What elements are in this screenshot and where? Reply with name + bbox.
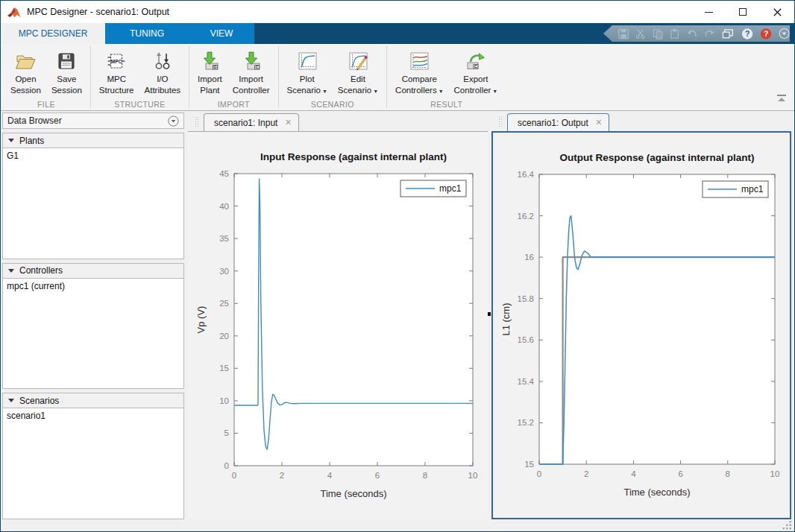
import-plant-button[interactable]: G ImportPlant [192,44,227,98]
svg-text:4: 4 [327,471,333,480]
collapse-ribbon-button[interactable] [776,92,787,105]
svg-text:2: 2 [280,471,284,480]
svg-text:15: 15 [219,364,229,373]
io-attributes-button[interactable]: I/OAttributes [139,44,186,98]
group-label-import: IMPORT [192,98,274,110]
help-icon[interactable]: ? [741,28,753,40]
tab-tuning[interactable]: TUNING [105,23,189,44]
edit-scenario-button[interactable]: EditScenario [333,44,383,98]
tab-drag-handle[interactable] [195,116,198,128]
svg-text:L1 (cm): L1 (cm) [500,303,512,335]
list-item-plant[interactable]: G1 [7,151,180,161]
window-title: MPC Designer - scenario1: Output [27,7,169,17]
svg-text:20: 20 [219,332,229,341]
matlab-help-icon[interactable]: ? [760,28,772,40]
input-doc-body: 0246810051015202530354045Input Response … [188,131,488,519]
svg-text:mpc1: mpc1 [741,184,764,194]
svg-text:Vp (V): Vp (V) [195,306,207,334]
list-item-scenario[interactable]: scenario1 [7,411,180,421]
svg-text:45: 45 [219,169,229,178]
save-icon[interactable] [618,28,629,39]
group-label-result: RESULT [390,98,503,110]
svg-text:0: 0 [537,469,541,478]
ribbon-group-scenario: PlotScenario EditSc [280,44,386,110]
close-icon [773,8,782,16]
output-doc-tabbar: scenario1: Output [491,113,791,131]
undo-icon[interactable] [686,29,697,39]
toolbar-options-dropdown-icon[interactable] [779,28,790,39]
mpc-designer-window: MPC Designer - scenario1: Output MPC DES… [0,0,795,532]
window-layout-icon[interactable] [722,28,734,39]
svg-text:C: C [474,64,477,69]
close-tab-icon[interactable] [596,117,602,128]
tab-scenario1-input[interactable]: scenario1: Input [204,113,299,131]
cut-icon[interactable] [635,28,645,39]
svg-text:?: ? [744,30,749,38]
minimize-button[interactable] [691,1,726,23]
resize-grip-icon[interactable] [782,520,792,530]
svg-text:10: 10 [770,469,780,478]
ribbon-group-structure: MPC MPCStructure [92,44,188,110]
ribbon-group-import: G ImportPlant C ImportControlle [190,44,277,110]
tab-mpc-designer[interactable]: MPC DESIGNER [1,23,105,44]
close-tab-icon[interactable] [285,117,291,128]
plot-scenario-button[interactable]: PlotScenario [282,44,333,98]
minimize-icon [705,12,713,13]
maximize-icon [739,8,747,16]
statusbar [1,519,794,531]
svg-text:C: C [255,65,258,69]
svg-text:40: 40 [219,202,229,211]
controllers-list: mpc1 (current) [2,279,184,390]
controllers-section: Controllers mpc1 (current) [2,263,184,390]
edit-scenario-icon [347,48,369,74]
list-item-controller[interactable]: mpc1 (current) [7,281,180,291]
input-doc-tabbar: scenario1: Input [188,113,488,131]
tab-scenario1-output[interactable]: scenario1: Output [507,113,609,131]
save-session-button[interactable]: SaveSession [46,44,87,98]
group-label-scenario: SCENARIO [282,98,384,110]
paste-icon[interactable] [670,28,679,39]
redo-icon[interactable] [704,29,715,39]
copy-icon[interactable] [653,28,663,39]
svg-text:15.6: 15.6 [518,335,534,344]
controllers-section-header[interactable]: Controllers [2,263,184,279]
export-controller-button[interactable]: C ExportController [449,44,503,98]
tab-drag-handle[interactable] [498,116,502,128]
tab-view[interactable]: VIEW [189,23,254,44]
compare-controllers-icon [408,48,430,74]
open-session-button[interactable]: OpenSession [5,44,46,98]
svg-text:15.2: 15.2 [518,418,534,427]
group-separator [90,46,91,108]
compare-controllers-button[interactable]: CompareControllers [390,44,448,98]
svg-text:4: 4 [631,469,636,478]
svg-text:G: G [214,65,217,69]
svg-text:25: 25 [219,299,229,308]
collapse-ribbon-icon [776,94,787,102]
mpc-block-icon: MPC [105,48,128,74]
matlab-logo-icon [7,6,21,19]
collapse-triangle-icon [8,399,14,402]
scenarios-section-header[interactable]: Scenarios [2,393,184,408]
group-separator [386,46,387,108]
ribbon-tabstrip: MPC DESIGNER TUNING VIEW [1,23,794,44]
plants-section-header[interactable]: Plants [2,133,184,148]
svg-text:15.8: 15.8 [518,294,534,303]
svg-text:Output Response (against inter: Output Response (against internal plant) [559,152,754,163]
data-browser-panel: Data Browser Plants G1 Controller [2,113,184,519]
import-plant-icon: G [198,48,221,74]
svg-text:0: 0 [232,471,236,480]
panel-splitter-handle[interactable] [488,312,491,316]
data-browser-title: Data Browser [7,115,62,126]
input-response-chart: 0246810051015202530354045Input Response … [188,132,488,519]
data-browser-header: Data Browser [2,113,184,129]
group-label-structure: STRUCTURE [94,98,186,110]
data-browser-menu-icon[interactable] [168,115,179,127]
svg-text:6: 6 [375,471,380,480]
export-controller-icon: C [465,48,487,74]
close-button[interactable] [760,1,794,23]
mpc-structure-button[interactable]: MPC MPCStructure [94,44,139,98]
import-controller-button[interactable]: C ImportController [227,44,275,98]
scenarios-list: scenario1 [2,408,184,519]
maximize-button[interactable] [726,1,760,23]
ribbon-group-result: CompareControllers C ExportController [388,44,505,110]
